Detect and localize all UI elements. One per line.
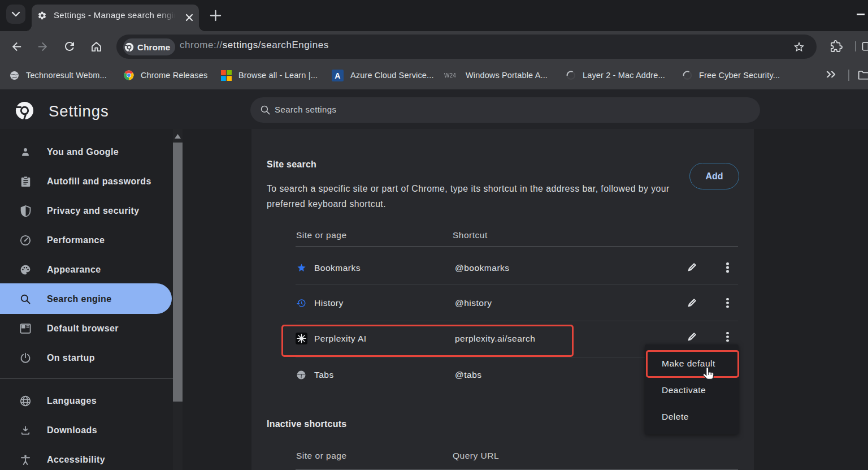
svg-text:A: A bbox=[335, 71, 340, 80]
svg-text:W24: W24 bbox=[444, 72, 456, 79]
